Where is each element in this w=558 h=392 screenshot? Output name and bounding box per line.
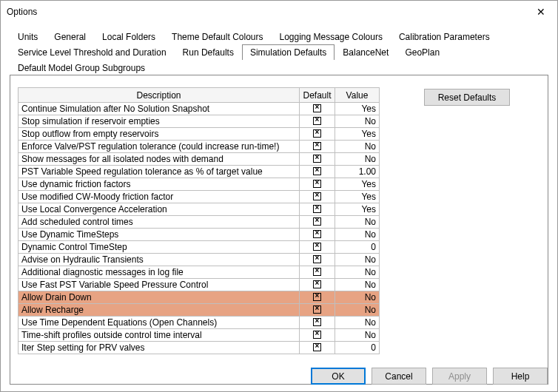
table-row[interactable]: Show messages for all isolated nodes wit…	[19, 153, 380, 166]
cell-default[interactable]	[300, 279, 335, 291]
cell-description[interactable]: Dynamic Control TimeStep	[19, 241, 300, 254]
tab-theme-default-colours[interactable]: Theme Default Colours	[164, 29, 271, 44]
cell-description[interactable]: Allow Drain Down	[19, 291, 300, 304]
cell-value[interactable]: Yes	[335, 103, 380, 115]
cell-value[interactable]: Yes	[335, 128, 380, 141]
close-icon[interactable]: ✕	[524, 1, 557, 23]
cell-description[interactable]: Additional diagnostic messages in log fi…	[19, 266, 300, 279]
cell-default[interactable]	[300, 216, 335, 229]
tab-default-model-group-subgroups[interactable]: Default Model Group Subgroups	[10, 60, 153, 75]
ok-button[interactable]: OK	[311, 368, 366, 385]
cell-description[interactable]: Show messages for all isolated nodes wit…	[19, 153, 300, 166]
cell-value[interactable]: No	[335, 291, 380, 304]
tab-run-defaults[interactable]: Run Defaults	[175, 44, 242, 60]
cell-default[interactable]	[300, 342, 335, 354]
cell-value[interactable]: No	[335, 279, 380, 291]
cell-description[interactable]: Iter Step setting for PRV valves	[19, 342, 300, 354]
cell-default[interactable]	[300, 266, 335, 279]
cell-value[interactable]: 0	[335, 241, 380, 254]
cell-value[interactable]: No	[335, 229, 380, 241]
tab-simulation-defaults[interactable]: Simulation Defaults	[242, 44, 335, 60]
cell-description[interactable]: Use dynamic friction factors	[19, 178, 300, 191]
cell-description[interactable]: Enforce Valve/PST regulation tolerance (…	[19, 141, 300, 153]
cell-description[interactable]: Use modified CW-Moody friction factor	[19, 191, 300, 203]
tab-local-folders[interactable]: Local Folders	[94, 29, 164, 44]
cell-value[interactable]: Yes	[335, 203, 380, 216]
cell-value[interactable]: No	[335, 266, 380, 279]
cell-value[interactable]: No	[335, 153, 380, 166]
cell-default[interactable]	[300, 153, 335, 166]
cell-default[interactable]	[300, 128, 335, 141]
table-row[interactable]: Iter Step setting for PRV valves0	[19, 342, 380, 354]
col-value[interactable]: Value	[335, 88, 380, 103]
table-row[interactable]: Additional diagnostic messages in log fi…	[19, 266, 380, 279]
table-row[interactable]: Use modified CW-Moody friction factorYes	[19, 191, 380, 203]
cell-description[interactable]: Continue Simulation after No Solution Sn…	[19, 103, 300, 115]
cell-default[interactable]	[300, 291, 335, 304]
table-row[interactable]: Allow RechargeNo	[19, 304, 380, 317]
cell-value[interactable]: No	[335, 304, 380, 317]
tab-balancenet[interactable]: BalanceNet	[335, 44, 397, 60]
cell-default[interactable]	[300, 254, 335, 266]
cell-description[interactable]: Add scheduled control times	[19, 216, 300, 229]
table-row[interactable]: Stop outflow from empty reservoirsYes	[19, 128, 380, 141]
cell-default[interactable]	[300, 304, 335, 317]
table-row[interactable]: Use dynamic friction factorsYes	[19, 178, 380, 191]
tab-logging-message-colours[interactable]: Logging Message Colours	[271, 29, 390, 44]
cell-default[interactable]	[300, 241, 335, 254]
tab-units[interactable]: Units	[10, 29, 46, 44]
cell-default[interactable]	[300, 203, 335, 216]
col-description[interactable]: Description	[19, 88, 300, 103]
apply-button[interactable]: Apply	[432, 368, 487, 385]
cell-default[interactable]	[300, 191, 335, 203]
cell-value[interactable]: 0	[335, 342, 380, 354]
cell-value[interactable]: Yes	[335, 191, 380, 203]
settings-table[interactable]: Description Default Value Continue Simul…	[18, 87, 380, 354]
cell-description[interactable]: Stop outflow from empty reservoirs	[19, 128, 300, 141]
cell-default[interactable]	[300, 329, 335, 342]
cell-value[interactable]: No	[335, 141, 380, 153]
cell-description[interactable]: Allow Recharge	[19, 304, 300, 317]
cell-value[interactable]: No	[335, 317, 380, 329]
cell-default[interactable]	[300, 229, 335, 241]
table-row[interactable]: Enforce Valve/PST regulation tolerance (…	[19, 141, 380, 153]
cell-default[interactable]	[300, 317, 335, 329]
cell-value[interactable]: 1.00	[335, 166, 380, 178]
cell-description[interactable]: Time-shift profiles outside control time…	[19, 329, 300, 342]
table-row[interactable]: PST Variable Speed regulation tolerance …	[19, 166, 380, 178]
cell-description[interactable]: Use Dynamic TimeSteps	[19, 229, 300, 241]
table-row[interactable]: Use Dynamic TimeStepsNo	[19, 229, 380, 241]
cell-default[interactable]	[300, 103, 335, 115]
table-row[interactable]: Stop simulation if reservoir emptiesNo	[19, 115, 380, 128]
table-row[interactable]: Continue Simulation after No Solution Sn…	[19, 103, 380, 115]
cell-default[interactable]	[300, 166, 335, 178]
cell-value[interactable]: No	[335, 216, 380, 229]
cell-default[interactable]	[300, 141, 335, 153]
tab-service-level-threshold-and-duration[interactable]: Service Level Threshold and Duration	[10, 44, 175, 60]
table-row[interactable]: Dynamic Control TimeStep0	[19, 241, 380, 254]
cell-description[interactable]: Advise on Hydraulic Transients	[19, 254, 300, 266]
tab-calibration-parameters[interactable]: Calibration Parameters	[391, 29, 498, 44]
cell-value[interactable]: No	[335, 254, 380, 266]
table-row[interactable]: Use Time Dependent Equations (Open Chann…	[19, 317, 380, 329]
tab-geoplan[interactable]: GeoPlan	[397, 44, 448, 60]
cancel-button[interactable]: Cancel	[372, 368, 426, 385]
cell-value[interactable]: No	[335, 329, 380, 342]
reset-defaults-button[interactable]: Reset Defaults	[424, 89, 510, 106]
table-row[interactable]: Use Fast PST Variable Speed Pressure Con…	[19, 279, 380, 291]
table-row[interactable]: Allow Drain DownNo	[19, 291, 380, 304]
cell-description[interactable]: Use Fast PST Variable Speed Pressure Con…	[19, 279, 300, 291]
table-row[interactable]: Use Local Convergence AccelerationYes	[19, 203, 380, 216]
cell-description[interactable]: Use Time Dependent Equations (Open Chann…	[19, 317, 300, 329]
cell-description[interactable]: Use Local Convergence Acceleration	[19, 203, 300, 216]
cell-value[interactable]: Yes	[335, 178, 380, 191]
cell-default[interactable]	[300, 115, 335, 128]
cell-description[interactable]: PST Variable Speed regulation tolerance …	[19, 166, 300, 178]
col-default[interactable]: Default	[300, 88, 335, 103]
cell-value[interactable]: No	[335, 115, 380, 128]
table-row[interactable]: Advise on Hydraulic TransientsNo	[19, 254, 380, 266]
table-row[interactable]: Time-shift profiles outside control time…	[19, 329, 380, 342]
help-button[interactable]: Help	[493, 368, 548, 385]
cell-default[interactable]	[300, 178, 335, 191]
tab-general[interactable]: General	[46, 29, 94, 44]
